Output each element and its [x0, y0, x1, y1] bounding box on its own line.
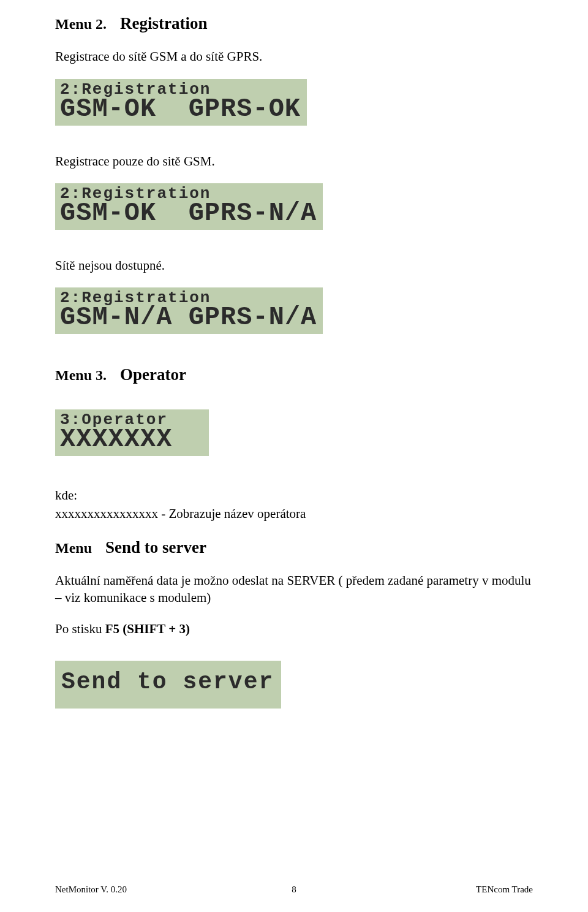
lcd-screen-registration-gprs-na: 2:Registration GSM-OK GPRS-N/A: [55, 183, 323, 230]
lcd-row: GSM-OK GPRS-OK: [60, 96, 301, 122]
menu2-text-gsm-only: Registrace pouze do sitě GSM.: [55, 153, 533, 170]
menu3-title: Operator: [120, 365, 186, 384]
document-page: Menu 2.Registration Registrace do sítě G…: [0, 0, 588, 912]
lcd-row: Send to server: [60, 667, 275, 697]
send-heading: MenuSend to server: [55, 536, 533, 558]
menu2-label: Menu 2.: [55, 16, 107, 32]
lcd-screen-send-to-server: Send to server: [55, 661, 281, 709]
page-footer: NetMonitor V. 0.20 8 TENcom Trade: [55, 884, 533, 895]
lcd-screen-registration-ok: 2:Registration GSM-OK GPRS-OK: [55, 79, 307, 126]
send-prefix: Menu: [55, 540, 92, 556]
kde-desc: xxxxxxxxxxxxxxxx - Zobrazuje název operá…: [55, 505, 533, 522]
send-title: Send to server: [105, 538, 206, 557]
lcd-row: GSM-N/A GPRS-N/A: [60, 305, 317, 330]
lcd-row: XXXXXXX: [60, 427, 172, 452]
menu2-intro: Registrace do sítě GSM a do sítě GPRS.: [55, 48, 533, 65]
menu2-heading: Menu 2.Registration: [55, 12, 533, 34]
menu3-label: Menu 3.: [55, 367, 107, 383]
lcd-screen-registration-all-na: 2:Registration GSM-N/A GPRS-N/A: [55, 287, 323, 334]
footer-page-number: 8: [55, 884, 533, 895]
menu3-heading: Menu 3.Operator: [55, 363, 533, 386]
send-press-line: Po stisku F5 (SHIFT + 3): [55, 620, 533, 637]
lcd-screen-operator: 3:Operator XXXXXXX: [55, 409, 209, 456]
menu2-text-no-net: Sítě nejsou dostupné.: [55, 257, 533, 274]
send-desc: Aktuální naměřená data je možno odeslat …: [55, 572, 533, 607]
send-press-text: Po stisku: [55, 621, 105, 636]
kde-label: kde:: [55, 487, 533, 504]
menu2-title: Registration: [120, 14, 207, 32]
send-press-key: F5 (SHIFT + 3): [105, 621, 190, 636]
lcd-row: GSM-OK GPRS-N/A: [60, 200, 317, 226]
